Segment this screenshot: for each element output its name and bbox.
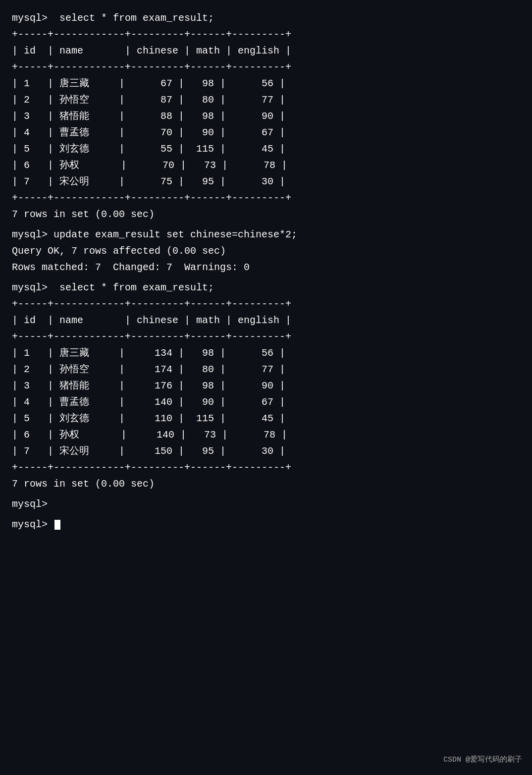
terminal-line: mysql> bbox=[12, 496, 520, 512]
terminal-line: | 1 | 唐三藏 | 67 | 98 | 56 | bbox=[12, 75, 520, 92]
section-query1: mysql> select * from exam_result;+-----+… bbox=[12, 10, 520, 222]
terminal-line: mysql> select * from exam_result; bbox=[12, 279, 520, 296]
terminal-line: 7 rows in set (0.00 sec) bbox=[12, 476, 520, 492]
terminal-line: +-----+------------+---------+------+---… bbox=[12, 59, 520, 75]
terminal-line: | 5 | 刘玄德 | 55 | 115 | 45 | bbox=[12, 141, 520, 157]
section-query2: mysql> select * from exam_result;+-----+… bbox=[12, 279, 520, 492]
watermark: CSDN @爱写代码的刷子 bbox=[443, 754, 522, 766]
cursor bbox=[54, 520, 60, 530]
terminal-line: | 6 | 孙权 | 70 | 73 | 78 | bbox=[12, 157, 520, 173]
terminal-line: +-----+------------+---------+------+---… bbox=[12, 459, 520, 476]
terminal: mysql> select * from exam_result;+-----+… bbox=[12, 10, 520, 533]
terminal-line: | 2 | 孙悟空 | 174 | 80 | 77 | bbox=[12, 361, 520, 378]
terminal-line: Query OK, 7 rows affected (0.00 sec) bbox=[12, 243, 520, 259]
terminal-line: | 4 | 曹孟德 | 70 | 90 | 67 | bbox=[12, 124, 520, 141]
terminal-line: +-----+------------+---------+------+---… bbox=[12, 296, 520, 312]
terminal-line: | 3 | 猪悟能 | 176 | 98 | 90 | bbox=[12, 378, 520, 394]
terminal-line: | 1 | 唐三藏 | 134 | 98 | 56 | bbox=[12, 345, 520, 361]
terminal-line: +-----+------------+---------+------+---… bbox=[12, 329, 520, 345]
terminal-line: | id | name | chinese | math | english | bbox=[12, 43, 520, 59]
terminal-line: 7 rows in set (0.00 sec) bbox=[12, 206, 520, 222]
terminal-line: Rows matched: 7 Changed: 7 Warnings: 0 bbox=[12, 259, 520, 276]
section-prompt_end: mysql> bbox=[12, 496, 520, 512]
terminal-line: | 5 | 刘玄德 | 110 | 115 | 45 | bbox=[12, 410, 520, 427]
terminal-line: mysql> select * from exam_result; bbox=[12, 10, 520, 26]
section-update: mysql> update exam_result set chinese=ch… bbox=[12, 226, 520, 276]
terminal-line: +-----+------------+---------+------+---… bbox=[12, 190, 520, 206]
terminal-line: +-----+------------+---------+------+---… bbox=[12, 26, 520, 43]
final-prompt-line: mysql> bbox=[12, 516, 520, 533]
terminal-line: | 4 | 曹孟德 | 140 | 90 | 67 | bbox=[12, 394, 520, 410]
terminal-line: mysql> update exam_result set chinese=ch… bbox=[12, 226, 520, 243]
terminal-line: | 7 | 宋公明 | 150 | 95 | 30 | bbox=[12, 443, 520, 459]
terminal-line: | 3 | 猪悟能 | 88 | 98 | 90 | bbox=[12, 108, 520, 124]
terminal-line: | 2 | 孙悟空 | 87 | 80 | 77 | bbox=[12, 92, 520, 108]
terminal-line: | 6 | 孙权 | 140 | 73 | 78 | bbox=[12, 427, 520, 443]
section-final-prompt: mysql> bbox=[12, 516, 520, 533]
terminal-line: | 7 | 宋公明 | 75 | 95 | 30 | bbox=[12, 173, 520, 190]
terminal-line: | id | name | chinese | math | english | bbox=[12, 312, 520, 329]
